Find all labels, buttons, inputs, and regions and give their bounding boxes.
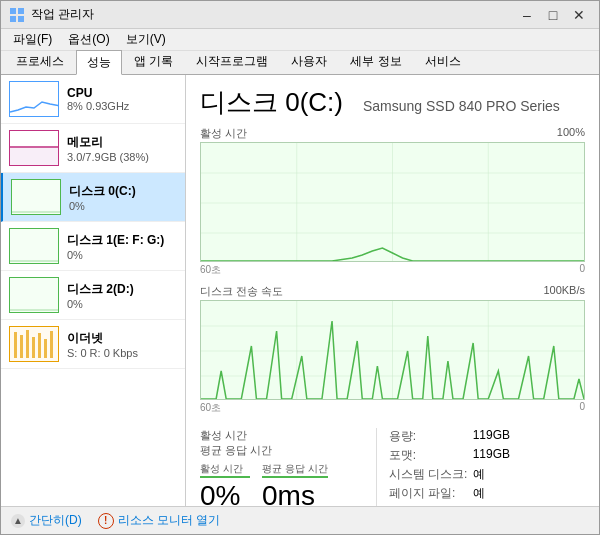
memory-info: 메모리 3.0/7.9GB (38%) — [67, 134, 177, 163]
disk-title: 디스크 0(C:) — [200, 85, 343, 120]
format-row: 포맷: 119GB — [389, 447, 585, 464]
tab-users[interactable]: 사용자 — [280, 49, 338, 74]
memory-value: 3.0/7.9GB (38%) — [67, 151, 177, 163]
eth-info: 이더넷 S: 0 R: 0 Kbps — [67, 330, 177, 359]
title-bar-left: 작업 관리자 — [9, 6, 94, 23]
tab-performance[interactable]: 성능 — [76, 50, 122, 75]
sidebar-item-disk1[interactable]: 디스크 1(E: F: G:) 0% — [1, 222, 185, 271]
disk1-thumbnail — [9, 228, 59, 264]
sidebar: CPU 8% 0.93GHz 메모리 3.0/7.9GB (38%) — [1, 75, 186, 506]
disk1-label: 디스크 1(E: F: G:) — [67, 232, 177, 249]
capacity-label: 용량: — [389, 428, 469, 445]
tab-details[interactable]: 세부 정보 — [339, 49, 412, 74]
chart-active-time — [200, 142, 585, 262]
chart1-svg — [201, 143, 584, 262]
svg-rect-0 — [10, 8, 16, 14]
chart-transfer-section: 디스크 전송 속도 100KB/s — [200, 284, 585, 418]
close-button[interactable]: ✕ — [567, 5, 591, 25]
format-label: 포맷: — [389, 447, 469, 464]
chart2-label-right: 100KB/s — [543, 284, 585, 299]
disk0-thumbnail — [11, 179, 61, 215]
tab-app-history[interactable]: 앱 기록 — [123, 49, 184, 74]
tab-startup[interactable]: 시작프로그램 — [185, 49, 279, 74]
disk2-mini-chart — [10, 278, 59, 313]
page-file-value: 예 — [473, 485, 485, 502]
chart-active-time-section: 활성 시간 100% — [200, 126, 585, 280]
cpu-info: CPU 8% 0.93GHz — [67, 86, 177, 112]
response-time-stat: 평균 응답 시간 0ms — [262, 462, 328, 506]
system-disk-value: 예 — [473, 466, 485, 483]
svg-rect-5 — [12, 180, 61, 215]
stats-row: 활성 시간 평균 응답 시간 활성 시간 0% 평균 응답 시간 0ms — [200, 428, 585, 506]
active-time-label: 활성 시간 — [200, 428, 272, 443]
resource-monitor-button[interactable]: ! 리소스 모니터 열기 — [98, 512, 221, 529]
title-bar: 작업 관리자 – □ ✕ — [1, 1, 599, 29]
svg-rect-1 — [18, 8, 24, 14]
svg-rect-18 — [50, 331, 53, 358]
sidebar-item-cpu[interactable]: CPU 8% 0.93GHz — [1, 75, 185, 124]
chart2-label-row: 디스크 전송 속도 100KB/s — [200, 284, 585, 299]
svg-rect-13 — [20, 335, 23, 358]
active-time-value: 0% — [200, 476, 250, 506]
stats-right: 용량: 119GB 포맷: 119GB 시스템 디스크: 예 페이지 파일: 예 — [389, 428, 585, 502]
eth-value: S: 0 R: 0 Kbps — [67, 347, 177, 359]
stat-group-left: 활성 시간 평균 응답 시간 활성 시간 0% 평균 응답 시간 0ms — [200, 428, 364, 506]
sidebar-item-memory[interactable]: 메모리 3.0/7.9GB (38%) — [1, 124, 185, 173]
footer: ▲ 간단히(D) ! 리소스 모니터 열기 — [1, 506, 599, 534]
chart2-time-left: 60초 — [200, 401, 221, 415]
capacity-value: 119GB — [473, 428, 510, 445]
sidebar-item-ethernet[interactable]: 이더넷 S: 0 R: 0 Kbps — [1, 320, 185, 369]
menu-file[interactable]: 파일(F) — [5, 29, 60, 50]
chart1-label-right: 100% — [557, 126, 585, 141]
disk2-label: 디스크 2(D:) — [67, 281, 177, 298]
chart2-time-right: 0 — [579, 401, 585, 415]
chart1-time-right: 0 — [579, 263, 585, 277]
disk0-info: 디스크 0(C:) 0% — [69, 183, 177, 212]
sidebar-item-disk0[interactable]: 디스크 0(C:) 0% — [1, 173, 185, 222]
tab-services[interactable]: 서비스 — [414, 49, 472, 74]
response-time-value: 0ms — [262, 476, 328, 506]
minimize-icon: ▲ — [11, 514, 25, 528]
tab-process[interactable]: 프로세스 — [5, 49, 75, 74]
chart1-time-left: 60초 — [200, 263, 221, 277]
cpu-label: CPU — [67, 86, 177, 100]
disk2-info: 디스크 2(D:) 0% — [67, 281, 177, 310]
response-time-label: 평균 응답 시간 — [200, 443, 272, 458]
menu-bar: 파일(F) 옵션(O) 보기(V) — [1, 29, 599, 51]
resource-monitor-icon: ! — [98, 513, 114, 529]
svg-rect-14 — [26, 330, 29, 358]
main-content: CPU 8% 0.93GHz 메모리 3.0/7.9GB (38%) — [1, 75, 599, 506]
mem-mini-chart — [10, 131, 59, 166]
minimize-view-button[interactable]: ▲ 간단히(D) — [11, 512, 82, 529]
maximize-button[interactable]: □ — [541, 5, 565, 25]
chart1-time-labels: 60초 0 — [200, 263, 585, 277]
disk0-label: 디스크 0(C:) — [69, 183, 177, 200]
system-disk-label: 시스템 디스크: — [389, 466, 469, 483]
cpu-mini-chart — [10, 82, 59, 117]
task-manager-icon — [9, 7, 25, 23]
svg-rect-9 — [10, 278, 59, 313]
chart2-svg — [201, 301, 584, 400]
disk0-value: 0% — [69, 200, 177, 212]
minimize-button[interactable]: – — [515, 5, 539, 25]
sidebar-item-disk2[interactable]: 디스크 2(D:) 0% — [1, 271, 185, 320]
chart-transfer-speed — [200, 300, 585, 400]
window-title: 작업 관리자 — [31, 6, 94, 23]
menu-view[interactable]: 보기(V) — [118, 29, 174, 50]
chart1-label-row: 활성 시간 100% — [200, 126, 585, 141]
svg-rect-12 — [14, 332, 17, 358]
chart2-label-left: 디스크 전송 속도 — [200, 284, 283, 299]
memory-thumbnail — [9, 130, 59, 166]
disk0-mini-chart — [12, 180, 61, 215]
capacity-row: 용량: 119GB — [389, 428, 585, 445]
page-file-label: 페이지 파일: — [389, 485, 469, 502]
disk1-mini-chart — [10, 229, 59, 264]
system-disk-row: 시스템 디스크: 예 — [389, 466, 585, 483]
svg-rect-3 — [18, 16, 24, 22]
svg-rect-15 — [32, 337, 35, 358]
menu-options[interactable]: 옵션(O) — [60, 29, 117, 50]
disk1-info: 디스크 1(E: F: G:) 0% — [67, 232, 177, 261]
svg-rect-7 — [10, 229, 59, 264]
active-time-label2: 활성 시간 — [200, 462, 250, 476]
response-time-label2: 평균 응답 시간 — [262, 462, 328, 476]
